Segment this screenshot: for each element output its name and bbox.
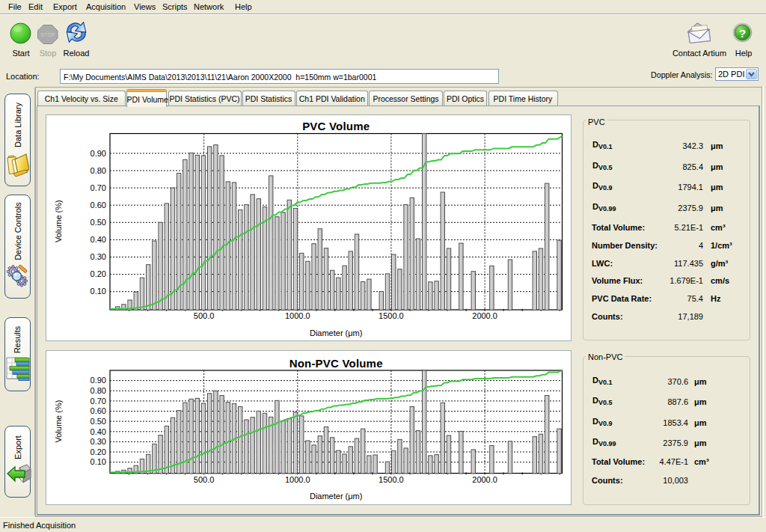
svg-text:0.20: 0.20 — [90, 269, 105, 278]
svg-text:0.90: 0.90 — [90, 148, 105, 157]
svg-text:0.30: 0.30 — [90, 252, 105, 261]
svg-text:Diameter (μm): Diameter (μm) — [309, 492, 362, 501]
svg-text:Diameter (μm): Diameter (μm) — [309, 328, 362, 337]
svg-text:1500.0: 1500.0 — [379, 311, 404, 320]
svg-text:0.30: 0.30 — [90, 437, 105, 446]
svg-text:Non-PVC Volume: Non-PVC Volume — [289, 357, 382, 370]
svg-text:0.40: 0.40 — [90, 235, 105, 244]
svg-text:500.0: 500.0 — [193, 475, 214, 484]
svg-text:STOP: STOP — [40, 32, 55, 37]
svg-text:2000.0: 2000.0 — [472, 311, 497, 320]
svg-text:Volume (%): Volume (%) — [54, 200, 63, 242]
svg-text:Volume (%): Volume (%) — [54, 400, 63, 443]
svg-text:PVC Volume: PVC Volume — [302, 120, 370, 132]
svg-text:0.80: 0.80 — [90, 165, 105, 174]
svg-text:500.0: 500.0 — [193, 311, 214, 320]
svg-text:0.50: 0.50 — [90, 218, 105, 227]
svg-text:0.40: 0.40 — [90, 427, 105, 436]
svg-text:0.20: 0.20 — [90, 447, 105, 456]
svg-text:0.90: 0.90 — [90, 376, 105, 385]
svg-text:0.70: 0.70 — [90, 183, 105, 192]
svg-text:0.10: 0.10 — [90, 457, 105, 466]
svg-text:0.80: 0.80 — [90, 386, 105, 395]
svg-text:2000.0: 2000.0 — [472, 475, 497, 484]
svg-text:?: ? — [739, 27, 746, 40]
svg-text:0.60: 0.60 — [90, 406, 105, 415]
svg-text:1000.0: 1000.0 — [284, 475, 310, 484]
svg-text:0.50: 0.50 — [90, 417, 105, 426]
svg-text:1500.0: 1500.0 — [379, 475, 404, 484]
svg-text:1000.0: 1000.0 — [284, 311, 310, 320]
svg-text:0.10: 0.10 — [90, 287, 105, 296]
svg-text:0.70: 0.70 — [90, 397, 105, 406]
svg-text:0.60: 0.60 — [90, 200, 105, 209]
